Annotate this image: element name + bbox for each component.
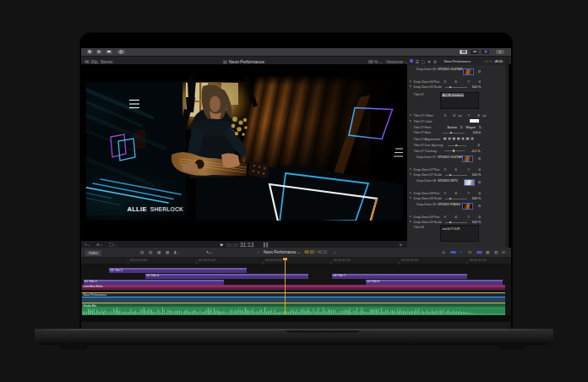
svg-text:SHERLOCK: SHERLOCK xyxy=(150,206,182,212)
svg-text:ALLIE: ALLIE xyxy=(127,205,146,213)
